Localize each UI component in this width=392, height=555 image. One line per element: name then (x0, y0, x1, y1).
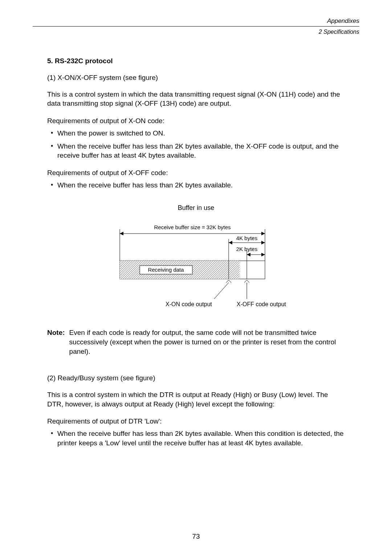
xoff-output-label: X-OFF code output (237, 301, 286, 307)
xon-bullet-1: When the power is switched to ON. (47, 129, 345, 138)
label-2k: 2K bytes (236, 246, 257, 252)
dtr-bullet-list: When the receive buffer has less than 2K… (47, 429, 345, 447)
svg-line-20 (214, 283, 229, 299)
buffer-size-label: Receive buffer size = 32K bytes (154, 224, 230, 230)
buffer-diagram: Receive buffer size = 32K bytes 4K bytes… (47, 223, 345, 313)
figure-title: Buffer in use (47, 204, 345, 212)
page-number: 73 (0, 532, 392, 540)
page-content: 5. RS-232C protocol (1) X-ON/X-OFF syste… (33, 57, 359, 448)
sub1-title: (1) X-ON/X-OFF system (see figure) (47, 73, 345, 82)
sub1-paragraph: This is a control system in which the da… (47, 90, 345, 108)
xoff-bullet-1: When the receive buffer has less than 2K… (47, 181, 345, 190)
xon-bullet-list: When the power is switched to ON. When t… (47, 129, 345, 160)
header-rule (33, 26, 359, 27)
section-5-title: 5. RS-232C protocol (47, 57, 345, 65)
svg-marker-2 (120, 232, 123, 235)
xon-bullet-2: When the receive buffer has less than 2K… (47, 142, 345, 160)
xoff-req-heading: Requirements of output of X-OFF code: (47, 169, 345, 177)
svg-marker-3 (261, 232, 265, 235)
header-chapter: Appendixes (33, 17, 359, 25)
buffer-diagram-svg: Receive buffer size = 32K bytes 4K bytes… (105, 223, 287, 313)
note-label: Note: (47, 328, 69, 356)
xoff-bullet-list: When the receive buffer has less than 2K… (47, 181, 345, 190)
svg-marker-7 (229, 241, 232, 244)
xon-output-label: X-ON code output (166, 301, 212, 307)
svg-marker-8 (261, 241, 265, 244)
xon-req-heading: Requirements of output of X-ON code: (47, 117, 345, 125)
svg-marker-12 (261, 253, 265, 256)
label-4k: 4K bytes (236, 235, 257, 241)
svg-marker-11 (247, 253, 250, 256)
note-block: Note: Even if each code is ready for out… (47, 328, 345, 356)
dtr-low-heading: Requirements of output of DTR 'Low': (47, 417, 345, 425)
header-section: 2 Specifications (33, 29, 359, 35)
sub2-title: (2) Ready/Busy system (see figure) (47, 373, 345, 383)
note-text: Even if each code is ready for output, t… (69, 328, 345, 356)
sub2-paragraph: This is a control system in which the DT… (47, 390, 345, 409)
dtr-bullet-1: When the receive buffer has less than 2K… (47, 429, 345, 447)
receiving-data-label: Receiving data (148, 267, 184, 273)
